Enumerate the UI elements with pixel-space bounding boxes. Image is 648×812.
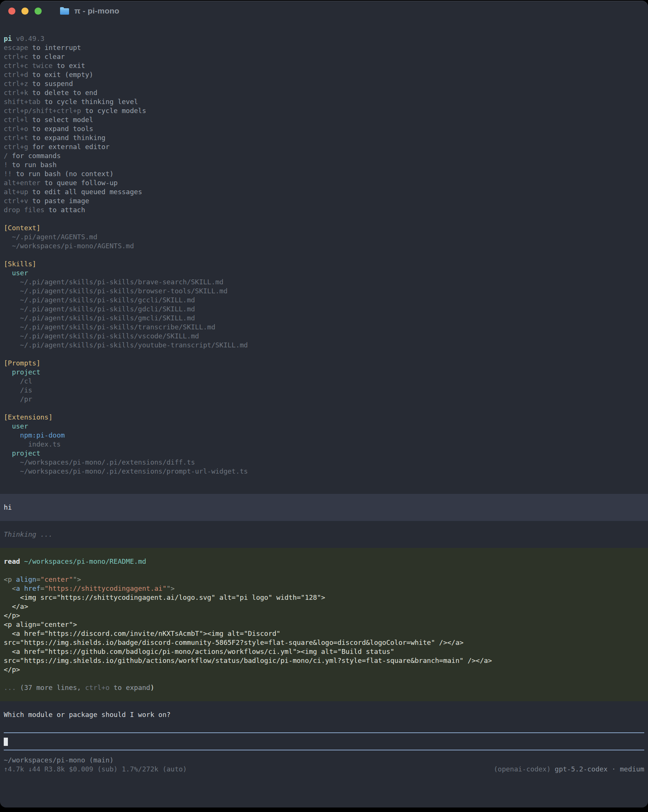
- section-row: ~/workspaces/pi-mono/.pi/extensions/diff…: [4, 458, 644, 467]
- token-usage: ↑4.7k ↓44 R3.8k $0.009 (sub) 1.7%/272k (…: [4, 765, 187, 774]
- tool-arg: ~/workspaces/pi-mono/README.md: [24, 557, 146, 565]
- code-line: <a href="https://shittycodingagent.ai"">: [4, 584, 644, 593]
- section-row: /cl: [4, 377, 644, 386]
- shortcut-row: ctrl+p/shift+ctrl+p to cycle models: [4, 106, 644, 115]
- close-button[interactable]: [8, 8, 15, 15]
- status-row-cwd: ~/workspaces/pi-mono (main): [4, 756, 644, 765]
- section-row: ~/.pi/agent/skills/pi-skills/gdcli/SKILL…: [4, 305, 644, 314]
- section-row: ~/workspaces/pi-mono/AGENTS.md: [4, 241, 644, 250]
- shortcut-row: alt+enter to queue follow-up: [4, 179, 644, 188]
- tool-name: read: [4, 557, 20, 565]
- code-line: <img src="https://shittycodingagent.ai/l…: [4, 593, 644, 602]
- section-row: npm:pi-doom: [4, 431, 644, 440]
- info-sections: [Context]~/.pi/agent/AGENTS.md~/workspac…: [4, 223, 644, 476]
- user-message-block: hi: [0, 494, 648, 521]
- shortcut-row: / for commands: [4, 151, 644, 160]
- code-line: <a href="https://github.com/badlogic/pi-…: [4, 647, 644, 656]
- section-row: ~/.pi/agent/skills/pi-skills/brave-searc…: [4, 278, 644, 287]
- section-skills: [Skills]user~/.pi/agent/skills/pi-skills…: [4, 259, 644, 350]
- terminal-window: π - pi-mono pi v0.49.3 escape to interru…: [0, 1, 648, 807]
- shortcut-row: ctrl+v to paste image: [4, 197, 644, 205]
- prompt-input-line: [4, 737, 644, 746]
- code-line: <p align="center">: [4, 620, 644, 629]
- folder-icon: [59, 6, 70, 15]
- assistant-message: Which module or package should I work on…: [4, 710, 644, 719]
- shortcut-row: drop files to attach: [4, 205, 644, 214]
- section-row: project: [4, 368, 644, 377]
- code-line: </a>: [4, 602, 644, 611]
- shortcut-row: escape to interrupt: [4, 43, 644, 52]
- user-message: hi: [4, 503, 644, 512]
- shortcut-row: alt+up to edit all queued messages: [4, 188, 644, 197]
- cwd-branch: ~/workspaces/pi-mono (main): [4, 756, 114, 765]
- shortcut-row: ctrl+o to expand tools: [4, 124, 644, 133]
- section-row: ~/.pi/agent/skills/pi-skills/gmcli/SKILL…: [4, 314, 644, 323]
- zoom-button[interactable]: [35, 8, 42, 15]
- terminal-content: pi v0.49.3 escape to interruptctrl+c to …: [0, 21, 648, 774]
- section-row: ~/.pi/agent/skills/pi-skills/transcribe/…: [4, 323, 644, 332]
- code-line: <a href="https://discord.com/invite/nKXT…: [4, 629, 644, 638]
- model-provider: (openai-codex): [494, 765, 555, 773]
- section-row: project: [4, 449, 644, 458]
- app-version: [12, 35, 16, 43]
- prompt-input[interactable]: [4, 733, 644, 750]
- traffic-lights: [8, 8, 42, 15]
- minimize-button[interactable]: [21, 8, 29, 15]
- section-prompts: [Prompts]project/cl/is/pr: [4, 359, 644, 404]
- app-banner: pi v0.49.3: [4, 34, 644, 43]
- shortcut-row: ctrl+g for external editor: [4, 142, 644, 151]
- shortcut-list: escape to interruptctrl+c to clearctrl+c…: [4, 43, 644, 214]
- tool-arg-spacer: [20, 557, 24, 565]
- shortcut-row: ctrl+z to suspend: [4, 79, 644, 88]
- section-row: ~/workspaces/pi-mono/.pi/extensions/prom…: [4, 467, 644, 476]
- section-row: ~/.pi/agent/skills/pi-skills/browser-too…: [4, 287, 644, 296]
- shortcut-row: ctrl+c twice to exit: [4, 61, 644, 70]
- section-header: [Skills]: [4, 259, 644, 269]
- thinking-indicator: Thinking ...: [4, 530, 644, 539]
- code-line: src="https://img.shields.io/badge/discor…: [4, 638, 644, 647]
- shortcut-row: ctrl+c to clear: [4, 52, 644, 61]
- section-header: [Context]: [4, 223, 644, 232]
- section-row: ~/.pi/agent/skills/pi-skills/gccli/SKILL…: [4, 296, 644, 305]
- code-line: <p align="center"">: [4, 575, 644, 584]
- section-row: user: [4, 269, 644, 278]
- section-row: ~/.pi/agent/AGENTS.md: [4, 232, 644, 241]
- section-row: /is: [4, 386, 644, 395]
- window-title: π - pi-mono: [74, 6, 119, 15]
- section-header: [Prompts]: [4, 359, 644, 368]
- tool-call-header: read ~/workspaces/pi-mono/README.md: [4, 557, 644, 566]
- section-row: /pr: [4, 395, 644, 404]
- tool-output-code: <p align="center""> <a href="https://shi…: [4, 575, 644, 674]
- model-name: gpt-5.2-codex · medium: [555, 765, 644, 773]
- tool-call-block: read ~/workspaces/pi-mono/README.md <p a…: [0, 548, 648, 701]
- section-row: ~/.pi/agent/skills/pi-skills/youtube-tra…: [4, 340, 644, 350]
- shortcut-row: ctrl+k to delete to end: [4, 88, 644, 97]
- text-cursor: [4, 738, 8, 746]
- section-extensions: [Extensions]usernpm:pi-doomindex.tsproje…: [4, 413, 644, 476]
- titlebar: π - pi-mono: [0, 1, 648, 21]
- shortcut-row: shift+tab to cycle thinking level: [4, 97, 644, 106]
- shortcut-row: ctrl+d to exit (empty): [4, 70, 644, 79]
- shortcut-row: ! to run bash: [4, 160, 644, 169]
- model-info: (openai-codex) gpt-5.2-codex · medium: [494, 765, 644, 774]
- code-line: </p>: [4, 611, 644, 620]
- section-row: user: [4, 422, 644, 431]
- code-line: </p>: [4, 665, 644, 674]
- shortcut-row: ctrl+t to expand thinking: [4, 133, 644, 142]
- status-row-usage: ↑4.7k ↓44 R3.8k $0.009 (sub) 1.7%/272k (…: [4, 765, 644, 774]
- section-row: index.ts: [4, 440, 644, 449]
- expand-hint-line: ... (37 more lines, ctrl+o to expand): [4, 683, 644, 692]
- section-row: ~/.pi/agent/skills/pi-skills/vscode/SKIL…: [4, 332, 644, 340]
- section-header: [Extensions]: [4, 413, 644, 422]
- shortcut-row: !! to run bash (no context): [4, 169, 644, 179]
- status-bar: ~/workspaces/pi-mono (main) ↑4.7k ↓44 R3…: [4, 756, 644, 774]
- section-context: [Context]~/.pi/agent/AGENTS.md~/workspac…: [4, 223, 644, 250]
- app-name: pi: [4, 35, 12, 43]
- code-line: src="https://img.shields.io/github/actio…: [4, 656, 644, 665]
- shortcut-row: ctrl+l to select model: [4, 115, 644, 124]
